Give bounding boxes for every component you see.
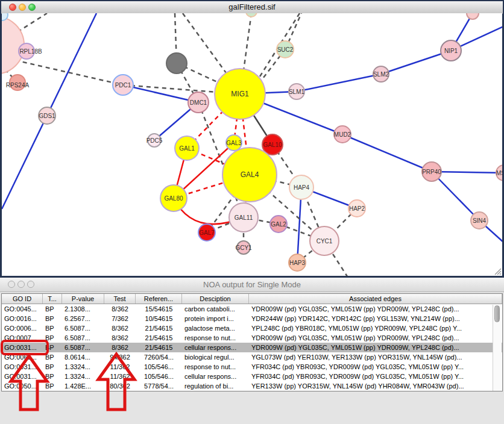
network-edge-blue <box>381 51 451 74</box>
table-cell: 1.3324... <box>62 372 104 381</box>
table-cell: 7/362 <box>104 314 136 323</box>
table-cell: YFR034C (pd) YBR093C, YDR009W (pd) YGL03… <box>249 362 502 372</box>
table-body: GO:0045...BP2.1308...8/36215/54615carbon… <box>2 304 502 391</box>
window-title: galFiltered.sif <box>1 1 503 13</box>
network-node-gal1[interactable] <box>175 136 199 160</box>
table-row[interactable]: GO:0065...BP8.0614...94/3627260/54...bio… <box>2 352 502 362</box>
resize-grip-icon[interactable] <box>495 269 501 275</box>
table-cell: 2.1308... <box>62 304 104 314</box>
network-node-cyc1[interactable] <box>310 226 339 255</box>
table-cell: 8/362 <box>104 333 136 343</box>
network-canvas[interactable]: RPL18BRPS24AGDS1PDC1DMC1MIG1PDC5GAL1GAL3… <box>2 13 502 276</box>
table-row[interactable]: GO:0031...BP1.3324...11/362105/546...cel… <box>2 372 502 381</box>
network-node-pdc1[interactable] <box>113 75 133 95</box>
network-node-rpl18b[interactable] <box>19 43 34 59</box>
scrollbar-thumb[interactable] <box>494 305 500 322</box>
table-cell: 94/362 <box>104 352 136 362</box>
table-cell: 6.5087... <box>62 343 104 352</box>
network-node-slm2[interactable] <box>373 66 389 82</box>
column-header-referen-[interactable]: Referen... <box>136 294 182 304</box>
table-row[interactable]: GO:0045...BP2.1308...8/36215/54615carbon… <box>2 304 502 314</box>
network-node-rps24a[interactable] <box>10 75 25 90</box>
table-cell: GO:0007... <box>2 333 43 343</box>
table-cell: BP <box>43 352 62 362</box>
network-node-nip1[interactable] <box>441 40 461 61</box>
table-row[interactable]: GO:0031...BP6.5087...8/36221/54615cellul… <box>2 343 502 352</box>
table-cell: 8/362 <box>104 304 136 314</box>
table-header-row: GO IDT...P-valueTestReferen...Desciption… <box>2 294 502 304</box>
network-edge-blue <box>432 172 502 173</box>
network-node-mig1[interactable] <box>215 69 265 119</box>
column-header-go-id[interactable]: GO ID <box>2 294 43 304</box>
table-row[interactable]: GO:0016...BP6.2567...7/36210/54615protei… <box>2 314 502 323</box>
table-cell: YFR034C (pd) YBR093C, YDR009W (pd) YGL03… <box>249 372 502 381</box>
network-window: galFiltered.sif RPL18BRPS24AGDS1PDC1DMC1… <box>0 0 504 278</box>
network-node-gal4[interactable] <box>222 148 277 202</box>
network-node-hap2[interactable] <box>348 200 365 217</box>
network-node-suc2[interactable] <box>277 41 294 58</box>
table-cell: GO:0031... <box>2 362 43 372</box>
table-row[interactable]: GO:0006...BP6.5087...8/36221/54615galact… <box>2 323 502 333</box>
column-header-desciption[interactable]: Desciption <box>182 294 249 304</box>
table-cell: YDR009W (pd) YGL035C, YML051W (pp) YDR00… <box>249 333 502 343</box>
table-row[interactable]: GO:0050...BP1.428E...80/3625778/54...reg… <box>2 381 502 391</box>
table-cell: BP <box>43 314 62 323</box>
table-cell: regulation of bi... <box>182 381 249 391</box>
table-cell: 8.0614... <box>62 352 104 362</box>
network-node-dmc1[interactable] <box>188 92 209 113</box>
table-cell: BP <box>43 343 62 352</box>
network-edge-dash <box>183 13 231 80</box>
table-cell: GO:0065... <box>2 352 43 362</box>
network-graph: RPL18BRPS24AGDS1PDC1DMC1MIG1PDC5GAL1GAL3… <box>2 13 502 276</box>
table-cell: YGL073W (pd) YER103W, YER133W (pp) YOR31… <box>249 352 502 362</box>
network-node-pdc5[interactable] <box>148 134 161 147</box>
network-edge-blue <box>342 134 432 172</box>
table-cell: 7260/54... <box>136 352 182 362</box>
table-cell: GO:0050... <box>2 381 43 391</box>
network-node-gal80[interactable] <box>160 185 187 211</box>
network-edge-dash <box>15 60 123 85</box>
table-cell: cellular respons... <box>182 372 249 381</box>
network-node[interactable] <box>246 13 257 17</box>
table-cell: 21/54615 <box>136 323 182 333</box>
table-cell: 21/54615 <box>136 343 182 352</box>
table-cell: response to nut... <box>182 333 249 343</box>
noa-window-titlebar: NOA output for Single Mode <box>0 278 504 292</box>
network-node-gal2[interactable] <box>270 216 287 232</box>
table-cell: GO:0016... <box>2 314 43 323</box>
network-node-gds1[interactable] <box>39 107 55 124</box>
network-node-sin4[interactable] <box>471 212 488 229</box>
network-node-gal3[interactable] <box>226 135 242 151</box>
network-node-gal7[interactable] <box>198 224 215 241</box>
network-node-hap3[interactable] <box>289 254 306 271</box>
table-cell: BP <box>43 362 62 372</box>
table-cell: cellular respons... <box>182 343 249 352</box>
table-cell: galactose meta... <box>182 323 249 333</box>
column-header-t-[interactable]: T... <box>43 294 62 304</box>
table-cell: response to nut... <box>182 362 249 372</box>
table-cell: 105/546... <box>136 372 182 381</box>
network-node[interactable] <box>467 13 479 19</box>
network-node[interactable] <box>166 53 187 73</box>
table-cell: 6.5087... <box>62 323 104 333</box>
network-node-hap4[interactable] <box>289 175 313 199</box>
column-header-p-value[interactable]: P-value <box>62 294 104 304</box>
table-cell: BP <box>43 372 62 381</box>
table-row[interactable]: GO:0031...BP1.3324...11/362105/546...res… <box>2 362 502 372</box>
network-node-slm1[interactable] <box>289 84 304 99</box>
table-cell: 11/362 <box>104 362 136 372</box>
network-node-gcy1[interactable] <box>237 241 250 254</box>
network-node-prp40[interactable] <box>422 162 441 181</box>
table-cell: GO:0031... <box>2 372 43 381</box>
noa-output-window: NOA output for Single Mode GO IDT...P-va… <box>0 278 504 424</box>
network-node-msl1[interactable] <box>496 165 502 181</box>
network-node-mud2[interactable] <box>334 126 351 143</box>
table-row[interactable]: GO:0007...BP6.5087...8/36221/54615respon… <box>2 333 502 343</box>
table-cell: 8/362 <box>104 343 136 352</box>
network-node-gal10[interactable] <box>262 134 283 155</box>
vertical-scrollbar[interactable] <box>493 305 502 391</box>
network-node-gal11[interactable] <box>229 203 258 232</box>
column-header-test[interactable]: Test <box>104 294 136 304</box>
column-header-associated-edges[interactable]: Associated edges <box>249 294 502 304</box>
table-cell: 105/546... <box>136 362 182 372</box>
